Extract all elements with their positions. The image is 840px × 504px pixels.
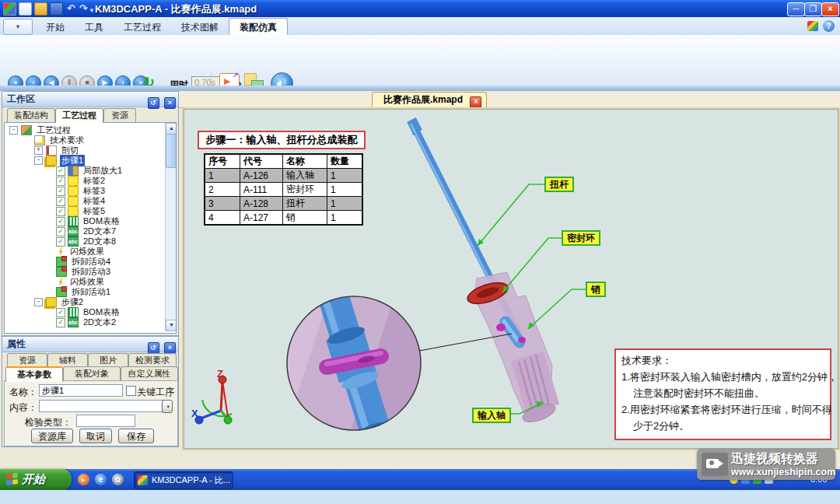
text2d-icon	[68, 317, 79, 327]
tree-item[interactable]: 拆卸活动1	[5, 287, 176, 297]
more-dropdown-icon[interactable]: ▼	[89, 5, 95, 16]
scroll-down-icon[interactable]: ▼	[166, 320, 177, 331]
open-icon[interactable]	[34, 2, 47, 16]
bom-table-icon	[68, 216, 79, 226]
pin-panel-icon[interactable]: ↺	[148, 342, 159, 354]
collapse-icon[interactable]: -	[9, 126, 18, 135]
properties-tabs-row1: 资源辅料图片检测要求	[2, 353, 178, 366]
part-label-2[interactable]: 密封环	[562, 230, 600, 246]
messenger-icon[interactable]: ✿	[112, 474, 124, 485]
new-document-icon[interactable]	[19, 2, 32, 16]
window-title: KM3DCAPP-A - 比赛作品展.kmapd	[95, 2, 257, 16]
properties-tab2-1[interactable]: 基本参数	[5, 366, 63, 382]
bom-cell: 销	[283, 211, 327, 226]
bom-cell: 密封环	[283, 183, 327, 197]
document-tab[interactable]: 比赛作品展.kmapd ×	[372, 92, 487, 107]
tree-checkbox[interactable]: ✓	[56, 308, 65, 317]
workspace-tab-2[interactable]: 工艺过程	[55, 108, 103, 123]
bom-cell: A-128	[240, 197, 283, 211]
ribbon-tab-3[interactable]: 工艺过程	[114, 19, 171, 36]
workspace-tab-3[interactable]: 资源	[103, 108, 136, 122]
expand-icon[interactable]: +	[34, 146, 43, 155]
close-button[interactable]: ×	[821, 2, 839, 16]
title-bar: ↶ ↷ ▼ KM3DCAPP-A - 比赛作品展.kmapd ─ ❒ ×	[0, 0, 840, 17]
redo-icon[interactable]: ↷	[78, 2, 89, 14]
undo-icon[interactable]: ↶	[65, 2, 77, 14]
key-process-checkbox[interactable]	[126, 386, 136, 396]
tech-req-line: 2.用密封环缩紧套将密封环进行压缩，时间不得	[621, 401, 824, 418]
properties-panel: 属性 ↺ × 资源辅料图片检测要求 基本参数装配对象自定义属性 名称： 关键工序…	[2, 336, 179, 447]
content-more-button[interactable]: ▪	[162, 400, 173, 413]
ribbon-tab-4[interactable]: 技术图解	[171, 19, 229, 36]
ribbon-tab-5[interactable]: 装配仿真	[229, 18, 288, 36]
bom-table: 序号代号名称数量1A-126输入轴12A-111密封环13A-128扭杆14A-…	[204, 153, 363, 226]
close-panel-icon[interactable]: ×	[164, 342, 176, 354]
ribbon-tab-row: ▾ 开始工具工艺过程技术图解装配仿真 ?	[0, 17, 840, 35]
bom-cell: A-126	[240, 169, 283, 183]
tag-icon	[68, 176, 79, 186]
tag-icon	[68, 196, 79, 206]
tree-item[interactable]: +剖切	[5, 145, 176, 156]
app-menu-button[interactable]: ▾	[3, 19, 33, 35]
tree-checkbox[interactable]: ✓	[56, 217, 65, 226]
tree-checkbox[interactable]: ✓	[56, 318, 65, 327]
minimize-button[interactable]: ─	[787, 2, 805, 16]
save-button[interactable]: 保存	[118, 429, 154, 443]
part-label-3[interactable]: 销	[586, 282, 606, 297]
part-label-1[interactable]: 扭杆	[544, 177, 574, 192]
tree-scrollbar[interactable]: ▲ ▼	[165, 123, 176, 331]
pick-word-button[interactable]: 取词	[79, 429, 112, 443]
ribbon-tab-2[interactable]: 工具	[75, 19, 114, 36]
save-icon[interactable]	[50, 2, 63, 16]
task-app-icon	[138, 475, 148, 485]
desktop-strip	[0, 490, 840, 504]
disassemble-icon	[56, 287, 67, 297]
tree-checkbox[interactable]: ✓	[56, 197, 65, 206]
part-label-4[interactable]: 输入轴	[472, 408, 511, 423]
scroll-up-icon[interactable]: ▲	[166, 123, 177, 135]
restore-button[interactable]: ❒	[804, 2, 822, 16]
bom-cell: 输入轴	[283, 169, 327, 183]
tree-checkbox[interactable]: ✓	[56, 166, 65, 176]
tree-checkbox[interactable]: ✓	[56, 207, 65, 216]
flash-icon	[56, 278, 65, 286]
media-player-icon[interactable]: ▸	[78, 474, 89, 485]
collapse-icon[interactable]: -	[34, 156, 43, 165]
tree-checkbox[interactable]: ✓	[56, 237, 65, 247]
inspect-type-field[interactable]	[76, 415, 135, 427]
properties-tab-2[interactable]: 辅料	[47, 353, 88, 367]
close-panel-icon[interactable]: ×	[164, 97, 176, 109]
document-tab-close-icon[interactable]: ×	[470, 96, 481, 108]
properties-tab-3[interactable]: 图片	[88, 353, 128, 367]
tree-checkbox[interactable]: ✓	[56, 177, 65, 186]
collapse-icon[interactable]: -	[34, 298, 43, 306]
pin-panel-icon[interactable]: ↺	[148, 97, 159, 109]
name-label: 名称：	[9, 386, 37, 399]
properties-tab2-3[interactable]: 自定义属性	[121, 366, 178, 380]
properties-tab-4[interactable]: 检测要求	[128, 353, 177, 367]
tree-checkbox[interactable]: ✓	[56, 187, 65, 196]
name-field[interactable]	[39, 384, 123, 397]
start-button[interactable]: 开始	[0, 469, 72, 490]
flash-icon	[56, 247, 65, 256]
workspace-tab-1[interactable]: 装配结构	[7, 108, 55, 122]
ie-icon[interactable]: e	[95, 474, 107, 485]
task-label: KM3DCAPP-A - 比...	[152, 475, 230, 485]
tree-item[interactable]: -工艺过程	[5, 125, 176, 135]
bom-row: 3A-128扭杆1	[205, 197, 362, 211]
properties-tab2-2[interactable]: 装配对象	[63, 366, 121, 380]
properties-tab-1[interactable]: 资源	[7, 353, 47, 367]
text2d-icon	[68, 236, 79, 247]
resource-lib-button[interactable]: 资源库	[31, 429, 73, 443]
tree-scroll-thumb[interactable]	[166, 134, 177, 168]
ribbon-tab-1[interactable]: 开始	[36, 19, 75, 36]
tree-checkbox[interactable]: ✓	[56, 227, 65, 236]
process-root-icon	[21, 125, 32, 135]
bom-cell: 1	[327, 211, 363, 226]
z-axis-label: Z	[217, 369, 223, 380]
tree-item[interactable]: ✓2D文本2	[5, 317, 176, 327]
tree-item[interactable]: 技术要求	[5, 135, 176, 145]
help-button[interactable]: ?	[823, 20, 835, 32]
taskbar-task-button[interactable]: KM3DCAPP-A - 比...	[134, 471, 233, 489]
content-field[interactable]	[39, 400, 163, 412]
